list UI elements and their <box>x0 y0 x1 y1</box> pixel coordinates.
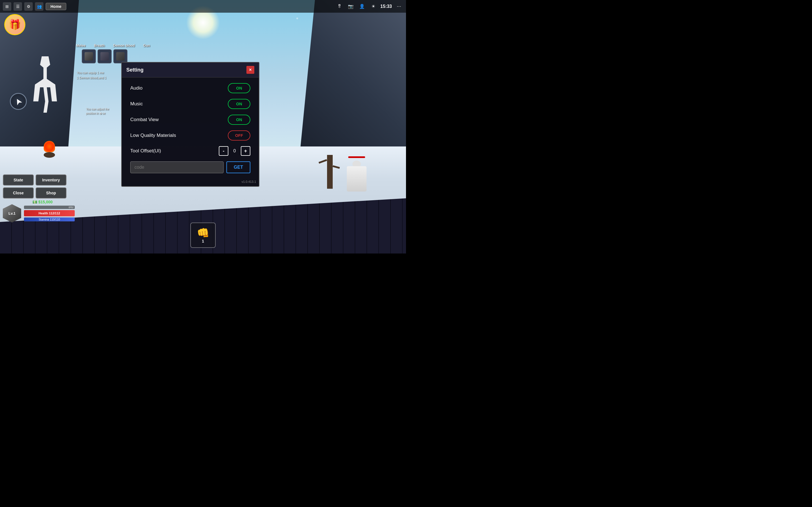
exp-bar: 0/52 <box>24 206 75 209</box>
badge-icon[interactable]: 🎖 <box>335 2 344 11</box>
player-stats: Lv.1 0/52 Health 112/112 Stamina 110/110 <box>3 204 75 223</box>
skill-demon-label: Demon blood <box>113 44 135 48</box>
low-quality-toggle[interactable]: OFF <box>228 130 250 140</box>
audio-row: Audio ON <box>130 83 250 93</box>
modal-title: Setting <box>126 67 144 73</box>
code-row: GET <box>130 161 250 173</box>
more-icon[interactable]: ⋯ <box>395 2 403 11</box>
hotbar-icon: 👊 <box>197 227 209 239</box>
combat-view-row: Combat View ON <box>130 115 250 125</box>
dead-tree <box>327 155 333 189</box>
music-toggle[interactable]: ON <box>228 99 250 109</box>
skill-gun-label: Gun <box>143 44 150 48</box>
hotbar-slot-1[interactable]: 👊 1 <box>190 223 216 248</box>
exp-label: 0/52 <box>68 206 73 209</box>
tool-offset-row: Tool Offset(UI) - 0 + <box>130 146 250 156</box>
modal-body: Audio ON Music ON Combat View ON Low Qua… <box>122 77 259 179</box>
low-quality-row: Low Quality Materials OFF <box>130 130 250 140</box>
offset-value: 0 <box>232 149 238 154</box>
help-text: You can equip 1 me 1 Demon blood,and 1 <box>77 70 106 80</box>
avatar-frame: 🎁 <box>4 14 26 35</box>
skill-slot-1[interactable] <box>82 49 96 63</box>
shop-button[interactable]: Shop <box>36 187 66 199</box>
health-bar: Health 112/112 <box>24 210 75 216</box>
topbar-left: ⊞ ☰ ⚙ 👥 Home <box>3 2 66 11</box>
settings-sun-icon[interactable]: ☀ <box>369 2 377 11</box>
topbar-right: 🎖 📷 👤 ☀ 15:33 ⋯ <box>335 2 403 11</box>
combat-view-toggle[interactable]: ON <box>228 115 250 125</box>
stamina-bar: Stamina 110/110 <box>24 217 75 221</box>
audio-label: Audio <box>130 86 142 91</box>
camera-icon[interactable]: 📷 <box>347 2 355 11</box>
low-quality-label: Low Quality Materials <box>130 133 176 138</box>
offset-minus-button[interactable]: - <box>219 146 229 156</box>
skill-slot-3[interactable] <box>113 49 128 63</box>
skill-melee-label: Melee <box>76 44 86 48</box>
modal-header: Setting × <box>122 62 259 77</box>
modal-close-button[interactable]: × <box>246 66 254 74</box>
campfire <box>44 141 55 158</box>
right-wall <box>299 0 406 163</box>
roblox-icon[interactable]: ⊞ <box>3 2 11 11</box>
adjust-text: You can adjust the position in ✿ se <box>86 107 109 115</box>
offset-plus-button[interactable]: + <box>241 146 250 156</box>
money-icon: 💵 <box>33 200 37 204</box>
offset-control: - 0 + <box>219 146 250 156</box>
skill-breath-label: Breath <box>94 44 105 48</box>
snowflake: ❄ <box>296 17 298 20</box>
hotbar-count: 1 <box>202 239 204 243</box>
stats-bars: 0/52 Health 112/112 Stamina 110/110 <box>24 206 75 221</box>
skill-labels: Melee Breath Demon blood Gun <box>76 44 150 48</box>
tool-offset-label: Tool Offset(UI) <box>130 148 161 154</box>
version-text: v1.0.413.1 <box>122 180 259 183</box>
avatar-icon: 🎁 <box>9 19 21 31</box>
level-text: Lv.1 <box>8 211 15 216</box>
level-badge: Lv.1 <box>3 204 21 223</box>
clock-display: 15:33 <box>380 4 392 9</box>
music-row: Music ON <box>130 99 250 109</box>
bottom-buttons: State Inventory Close Shop <box>3 174 66 199</box>
compass-needle <box>14 98 22 105</box>
state-button[interactable]: State <box>3 174 34 186</box>
skill-slot-2[interactable] <box>98 49 112 63</box>
stamina-label: Stamina 110/110 <box>39 218 60 221</box>
music-label: Music <box>130 101 143 107</box>
inventory-button[interactable]: Inventory <box>36 174 66 186</box>
get-button[interactable]: GET <box>226 161 250 173</box>
health-label: Health 112/112 <box>39 212 60 215</box>
gear-icon[interactable]: ⚙ <box>24 2 33 11</box>
home-button[interactable]: Home <box>46 3 66 10</box>
remote-player-hp-bar <box>348 156 365 158</box>
compass <box>10 93 27 110</box>
avatar-container[interactable]: 🎁 <box>4 14 26 35</box>
topbar: ⊞ ☰ ⚙ 👥 Home 🎖 📷 👤 ☀ 15:33 ⋯ <box>0 0 406 13</box>
menu-icon[interactable]: ☰ <box>13 2 22 11</box>
money-display: 💵 $15,000 <box>33 200 53 204</box>
hotbar: 👊 1 <box>190 223 216 248</box>
code-input[interactable] <box>130 161 223 173</box>
remote-player <box>347 166 366 191</box>
friends-icon[interactable]: 👤 <box>358 2 366 11</box>
remote-player-body <box>347 166 366 191</box>
people-icon[interactable]: 👥 <box>35 2 43 11</box>
money-value: $15,000 <box>38 200 53 204</box>
setting-modal: Setting × Audio ON Music ON Combat View … <box>121 62 259 187</box>
skill-slots <box>82 49 128 63</box>
combat-view-label: Combat View <box>130 117 159 122</box>
close-button[interactable]: Close <box>3 187 34 199</box>
audio-toggle[interactable]: ON <box>228 83 250 93</box>
